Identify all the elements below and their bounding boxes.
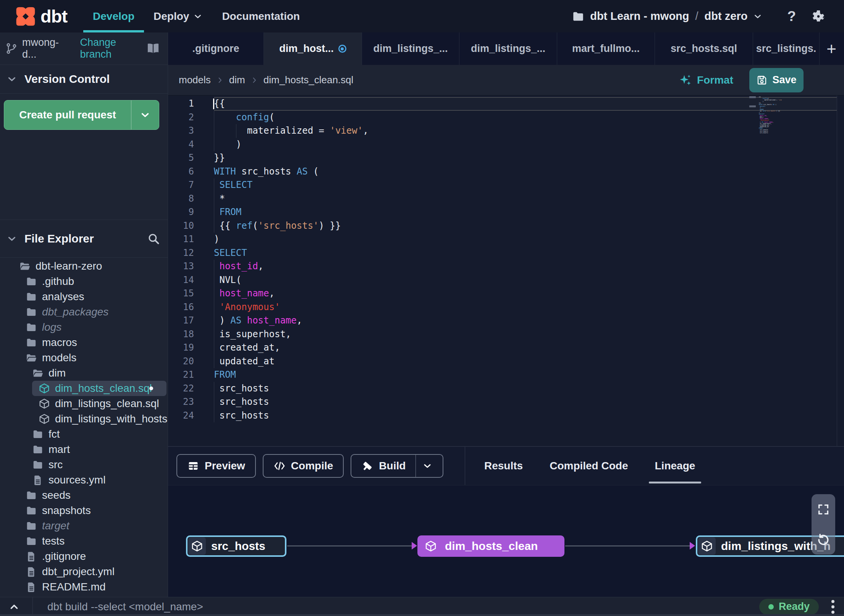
indent-guide — [214, 273, 214, 287]
line-number: 1 — [168, 97, 214, 111]
line-number: 17 — [168, 314, 214, 328]
chevron-down-icon[interactable] — [422, 461, 433, 471]
fullscreen-icon[interactable] — [817, 503, 830, 516]
command-placeholder: dbt build --select <model_name> — [47, 601, 203, 613]
file-explorer-header[interactable]: File Explorer — [0, 220, 168, 258]
file-tab-dim-listings[interactable]: dim_listings_... — [459, 32, 557, 65]
breadcrumb-item[interactable]: dim — [229, 74, 245, 86]
modified-dot-icon — [149, 386, 153, 390]
tree-item-dim-hosts-clean-sql[interactable]: dim_hosts_clean.sql — [0, 381, 168, 396]
version-control-header[interactable]: Version Control — [0, 65, 168, 94]
docs-book-icon[interactable] — [146, 42, 160, 55]
breadcrumb-chevron-icon — [251, 76, 258, 84]
tree-item-dbt-learn-zero[interactable]: dbt-learn-zero — [0, 259, 168, 274]
settings-gear-icon[interactable] — [811, 9, 826, 24]
top-navbar: dbt DevelopDeployDocumentation dbt Learn… — [0, 0, 844, 32]
dbt-logo-icon — [15, 5, 37, 27]
compile-button[interactable]: Compile — [263, 454, 344, 478]
format-button[interactable]: Format — [679, 74, 733, 87]
file-tab-gitignore[interactable]: .gitignore — [168, 32, 264, 65]
tree-item-dim[interactable]: dim — [0, 365, 168, 381]
tree-item-dbt-project-yml[interactable]: dbt_project.yml — [0, 564, 168, 579]
tree-item-models[interactable]: models — [0, 350, 168, 365]
new-tab-button[interactable]: + — [820, 32, 843, 65]
line-number: 2 — [168, 111, 214, 124]
tree-item-dim-listings-clean-sql[interactable]: dim_listings_clean.sql — [0, 396, 168, 411]
help-icon[interactable]: ? — [787, 8, 796, 24]
code-line-14: 14 NVL( — [168, 273, 844, 287]
tree-item-analyses[interactable]: analyses — [0, 289, 168, 304]
line-number: 15 — [168, 287, 214, 301]
code-line-text: NVL( — [214, 273, 837, 287]
main-panel: .gitignoredim_host...dim_listings_...dim… — [168, 32, 844, 597]
indent-guide — [214, 138, 214, 152]
current-branch-name: mwong-d... — [22, 37, 70, 60]
indent-guide — [236, 124, 236, 138]
folder-icon — [26, 322, 37, 333]
code-line-text: config( — [214, 111, 837, 124]
tree-item-fct[interactable]: fct — [0, 427, 168, 442]
tree-item-tests[interactable]: tests — [0, 534, 168, 549]
tree-item-logs[interactable]: logs — [0, 320, 168, 335]
create-pull-request-button[interactable]: Create pull request — [4, 100, 159, 130]
tree-item-dbt-packages[interactable]: dbt_packages — [0, 304, 168, 320]
tree-item-github[interactable]: .github — [0, 274, 168, 289]
tree-item-target[interactable]: target — [0, 518, 168, 534]
nav-item-deploy[interactable]: Deploy — [144, 0, 212, 32]
save-button[interactable]: Save — [749, 68, 804, 92]
file-tab-dim-host[interactable]: dim_host... — [264, 32, 362, 65]
nav-item-documentation[interactable]: Documentation — [212, 0, 309, 32]
change-branch-link[interactable]: Change branch — [80, 37, 147, 60]
lineage-node-src-hosts[interactable]: src_hosts — [186, 535, 286, 557]
dbt-logo[interactable]: dbt — [0, 0, 67, 32]
breadcrumb-item[interactable]: dim_hosts_clean.sql — [264, 74, 354, 86]
file-tab-dim-listings[interactable]: dim_listings_... — [362, 32, 459, 65]
refresh-icon[interactable] — [817, 533, 830, 546]
project-switcher[interactable]: dbt Learn - mwong / dbt zero — [572, 10, 763, 23]
chevron-up-icon[interactable] — [8, 601, 20, 613]
line-number: 14 — [168, 273, 214, 287]
panel-tab-results[interactable]: Results — [474, 447, 534, 485]
search-icon[interactable] — [147, 232, 160, 245]
dbt-cloud-ide: dbt DevelopDeployDocumentation dbt Learn… — [0, 0, 844, 616]
tree-item-snapshots[interactable]: snapshots — [0, 503, 168, 518]
minimap[interactable]: {{ config( materialized = 'view', )}}WIT… — [759, 96, 782, 134]
file-tab-mart-fullmo[interactable]: mart_fullmo... — [557, 32, 655, 65]
preview-button[interactable]: Preview — [176, 454, 256, 478]
tree-item-gitignore[interactable]: .gitignore — [0, 549, 168, 564]
tree-item-src[interactable]: src — [0, 457, 168, 472]
file-tree: dbt-learn-zero.githubanalysesdbt_package… — [0, 258, 168, 597]
folder-icon — [32, 428, 44, 440]
account-project-separator: / — [695, 10, 698, 23]
tree-item-dim-listings-with-hosts[interactable]: dim_listings_with_hosts... — [0, 411, 168, 427]
tree-item-seeds[interactable]: seeds — [0, 488, 168, 503]
code-line-text: FROM — [214, 205, 837, 219]
editor-breadcrumb-bar: modelsdimdim_hosts_clean.sql Format Save — [168, 65, 844, 95]
code-line-1: 1{{ — [168, 97, 844, 111]
lineage-node-label: src_hosts — [211, 540, 265, 553]
panel-tab-lineage[interactable]: Lineage — [644, 447, 706, 485]
file-tab-src-listings[interactable]: src_listings. — [753, 32, 820, 65]
nav-item-develop[interactable]: Develop — [83, 0, 144, 32]
pr-dropdown-toggle[interactable] — [131, 100, 159, 129]
indent-guide — [214, 301, 214, 314]
editor-scrollbar-rail[interactable] — [837, 95, 837, 446]
tree-item-macros[interactable]: macros — [0, 335, 168, 350]
lineage-node-dim-hosts-clean[interactable]: dim_hosts_clean — [417, 535, 564, 557]
tree-item-readme-md[interactable]: README.md — [0, 579, 168, 595]
build-button[interactable]: Build — [351, 454, 443, 478]
file-tab-src-hosts-sql[interactable]: src_hosts.sql — [655, 32, 753, 65]
code-editor[interactable]: 1{{2 config(3 materialized = 'view',4 )5… — [168, 95, 844, 446]
kebab-menu-icon[interactable] — [830, 599, 836, 614]
breadcrumb-item[interactable]: models — [179, 74, 211, 86]
command-input[interactable]: dbt build --select <model_name> — [47, 601, 844, 613]
panel-tab-compiled-code[interactable]: Compiled Code — [539, 447, 639, 485]
tree-item-sources-yml[interactable]: sources.yml — [0, 472, 168, 488]
line-number: 22 — [168, 382, 214, 396]
tree-item-mart[interactable]: mart — [0, 442, 168, 457]
folder-icon — [26, 505, 37, 516]
tree-item-label: mart — [49, 443, 70, 456]
tree-item-label: logs — [42, 321, 61, 333]
lineage-graph[interactable]: src_hostsdim_hosts_cleandim_listings_wit… — [168, 485, 844, 597]
format-label: Format — [697, 74, 733, 86]
